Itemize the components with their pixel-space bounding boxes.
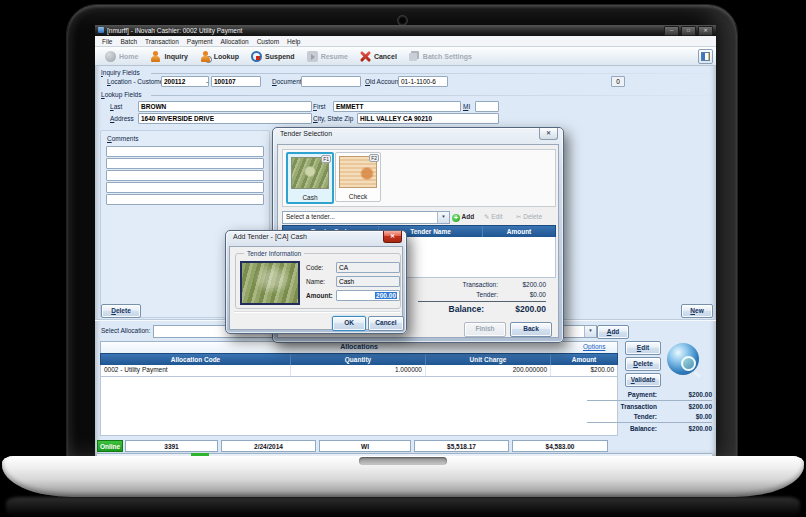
add-tender-title: Add Tender - [CA] Cash [233, 233, 307, 240]
home-icon [105, 51, 116, 62]
cell-quantity: 1.000000 [291, 365, 426, 376]
comment-field-2[interactable] [106, 158, 264, 169]
cash-tile[interactable]: F1 Cash [286, 152, 334, 204]
customer-field[interactable]: 100107 [211, 76, 261, 87]
laptop-base [2, 456, 804, 497]
comment-field-3[interactable] [106, 170, 264, 181]
inquiry-label: Inquiry [164, 53, 187, 60]
cell-unit-charge: 200.000000 [426, 365, 551, 376]
last-name-label: Last [110, 103, 122, 110]
amount-field[interactable]: 200.00 [336, 290, 400, 301]
code-field: CA [336, 262, 400, 273]
name-label: Name: [306, 278, 325, 285]
menu-batch[interactable]: Batch [116, 38, 141, 45]
status-date: 2/24/2014 [221, 440, 316, 452]
ok-button[interactable]: OK [332, 316, 366, 331]
inquiry-button[interactable]: Inquiry [144, 49, 193, 64]
menu-custom[interactable]: Custom [253, 38, 283, 45]
batch-settings-button: Batch Settings [403, 49, 478, 64]
inquiry-icon [150, 51, 161, 62]
tender-edit-button: ✎ Edit [484, 213, 502, 221]
inquiry-fields-heading: Inquiry Fields [101, 69, 140, 76]
add-tender-close-icon[interactable]: ✕ [383, 231, 402, 243]
menu-file[interactable]: File [98, 38, 116, 45]
maximize-button[interactable]: □ [681, 26, 696, 36]
tender-add-button[interactable]: + Add [452, 213, 474, 222]
cell-allocation-code: 0002 - Utility Payment [101, 365, 291, 376]
back-button[interactable]: Back [510, 322, 552, 337]
lookup-label: Lookup [214, 53, 239, 60]
lookup-button[interactable]: Lookup [194, 49, 245, 64]
select-allocation-label: Select Allocation: [101, 327, 151, 334]
validate-button[interactable]: Validate [625, 373, 661, 387]
cancel-icon [360, 51, 371, 62]
toolbar: Home Inquiry Lookup Suspend Resume Cance… [95, 47, 716, 66]
allocation-add-button[interactable]: Add [597, 325, 629, 339]
location-customer-label: Location - Customer [107, 78, 166, 85]
cancel-dialog-button[interactable]: Cancel [368, 316, 404, 331]
batch-settings-icon [409, 51, 420, 62]
app-icon [98, 27, 104, 33]
close-button[interactable]: ✕ [698, 26, 713, 36]
location-field[interactable]: 200112 [161, 76, 209, 87]
comment-field-5[interactable] [106, 194, 264, 205]
delete-allocation-button[interactable]: Delete [625, 357, 661, 371]
check-tile[interactable]: F2 Check [335, 152, 381, 202]
menu-payment[interactable]: Payment [183, 38, 217, 45]
divider [587, 422, 712, 423]
minimize-button[interactable]: ─ [664, 26, 679, 36]
tender-information-label: Tender Information [244, 250, 304, 257]
comments-label: Comments [107, 135, 138, 142]
first-name-field[interactable]: EMMETT [333, 101, 461, 112]
status-station: WI [319, 440, 411, 452]
tender-combo[interactable]: Select a tender... ▼ [282, 211, 450, 224]
magnifier-handle [694, 371, 701, 377]
divider [151, 95, 709, 96]
menu-transaction[interactable]: Transaction [141, 38, 183, 45]
suspend-button[interactable]: Suspend [245, 49, 301, 64]
menu-allocation[interactable]: Allocation [216, 38, 252, 45]
mi-field[interactable] [475, 101, 499, 112]
selected-amount-text: 200.00 [375, 292, 397, 299]
last-name-field[interactable]: BROWN [138, 101, 312, 112]
resume-button: Resume [301, 49, 354, 64]
lookup-fields-heading: Lookup Fields [101, 91, 141, 98]
cell-amount: $200.00 [551, 365, 617, 376]
lid-notch [359, 457, 447, 465]
allocation-row[interactable]: 0002 - Utility Payment 1.000000 200.0000… [100, 365, 618, 377]
cancel-button[interactable]: Cancel [354, 49, 403, 64]
magnifier-icon [681, 356, 696, 371]
form-view-icon[interactable] [698, 49, 713, 64]
options-link[interactable]: Options [583, 343, 605, 350]
address-field[interactable]: 1640 RIVERSIDE DRIVE [138, 113, 312, 124]
window-title: [nmurff] - iNovah Cashier: 0002 Utility … [107, 25, 242, 36]
transaction-value: $200.00 [640, 403, 712, 410]
tender-dialog-title: Tender Selection [280, 130, 332, 137]
old-account-field[interactable]: 01-1-1100-6 [398, 76, 448, 87]
titlebar: [nmurff] - iNovah Cashier: 0002 Utility … [95, 25, 716, 36]
comment-field-1[interactable] [106, 146, 264, 157]
status-amount-1: $5,518.17 [414, 440, 509, 452]
f1-key-badge: F1 [321, 155, 331, 163]
cancel-label: Cancel [374, 53, 397, 60]
menu-help[interactable]: Help [283, 38, 304, 45]
first-name-label: First [313, 103, 326, 110]
new-button[interactable]: New [681, 304, 713, 318]
menubar: File Batch Transaction Payment Allocatio… [95, 36, 716, 47]
chevron-down-icon[interactable]: ▼ [584, 326, 596, 337]
city-state-zip-field[interactable]: HILL VALLEY CA 90210 [357, 113, 499, 124]
document-field[interactable] [301, 76, 361, 87]
chevron-down-icon[interactable]: ▼ [437, 212, 449, 223]
tender-dialog-close-icon[interactable]: ✕ [539, 128, 558, 140]
delete-payment-button[interactable]: Delete [101, 304, 141, 318]
tender-delete-button: ✂ Delete [516, 213, 542, 221]
inovah-magnifier-logo [667, 343, 699, 375]
divider [151, 73, 709, 74]
mi-label: MI [463, 103, 470, 110]
home-label: Home [119, 53, 138, 60]
tender-combo-text: Select a tender... [286, 213, 335, 220]
comment-field-4[interactable] [106, 182, 264, 193]
edit-allocation-button[interactable]: Edit [625, 341, 661, 355]
dlg-transaction-value: $200.00 [474, 281, 546, 288]
suspend-label: Suspend [265, 53, 295, 60]
